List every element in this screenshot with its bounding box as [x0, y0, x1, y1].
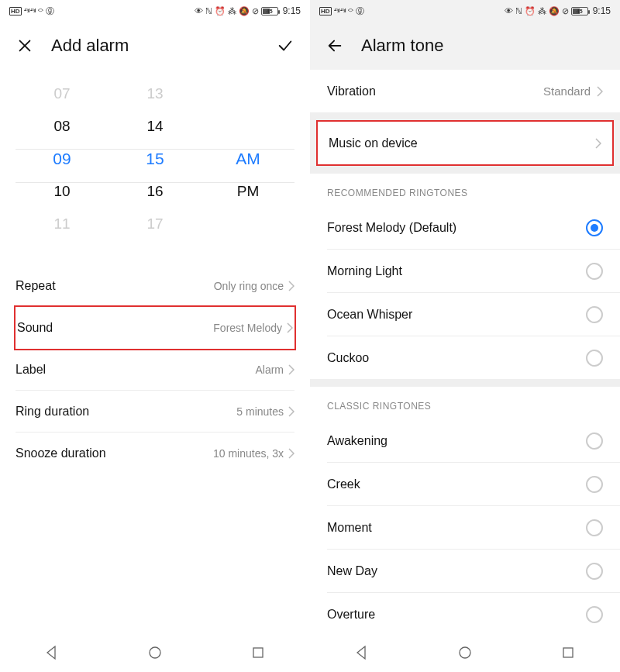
picker-hour-selected[interactable]: 09 — [53, 143, 71, 175]
alarm-settings: Repeat Only ring once Sound Forest Melod… — [0, 250, 310, 474]
picker-minute-item[interactable]: 16 — [146, 175, 163, 208]
radio-unselected[interactable] — [586, 606, 603, 623]
ringtone-item[interactable]: New Day — [310, 550, 620, 592]
row-label: Music on device — [329, 136, 595, 150]
row-value: Standard — [543, 84, 591, 98]
picker-pm[interactable]: PM — [237, 175, 260, 208]
page-title: Add alarm — [51, 36, 129, 56]
row-value: 5 minutes — [236, 405, 284, 418]
screen-alarm-tone: HD ⁴ᴳ.ıll ⁴ᴳ.ıll ⌔ ⓖ 👁 ℕ ⏰ ⁂ 🔕 ⊘ 45 9:15… — [310, 0, 620, 672]
row-value: Forest Melody — [213, 322, 282, 334]
ringtone-item[interactable]: Creek — [310, 463, 620, 505]
row-label-setting[interactable]: Label Alarm — [16, 349, 294, 391]
chevron-right-icon — [287, 322, 293, 333]
page-title: Alarm tone — [361, 36, 443, 56]
screen-add-alarm: HD ⁴ᴳ.ıll ⁴ᴳ.ıll ⌔ ⓖ 👁 ℕ ⏰ ⁂ 🔕 ⊘ 45 9:15… — [0, 0, 310, 672]
picker-hours[interactable]: 07 08 09 10 11 — [16, 78, 108, 240]
eye-icon: 👁 — [195, 6, 203, 16]
highlight-sound: Sound Forest Melody — [14, 305, 296, 350]
picker-ampm[interactable]: AM PM — [202, 78, 294, 240]
check-icon — [277, 37, 294, 54]
svg-point-0 — [150, 647, 160, 658]
svg-point-2 — [460, 647, 470, 658]
row-vibration[interactable]: Vibration Standard — [310, 70, 620, 112]
ringtone-label: Awakening — [327, 434, 586, 448]
swirl-icon: ⓖ — [356, 5, 364, 17]
back-button[interactable] — [326, 36, 344, 55]
nav-recent[interactable] — [560, 644, 577, 661]
close-icon — [16, 37, 33, 54]
battery-indicator: 45 — [261, 7, 278, 16]
nav-back[interactable] — [43, 644, 60, 661]
eye-icon: 👁 — [505, 6, 513, 16]
row-value: Only ring once — [214, 280, 284, 292]
picker-hour-item[interactable]: 10 — [53, 175, 70, 208]
row-label: Sound — [17, 321, 213, 335]
ringtone-item[interactable]: Cuckoo — [310, 336, 620, 379]
signal-icon: ⁴ᴳ.ıll ⁴ᴳ.ıll — [24, 8, 36, 14]
picker-hour-item[interactable]: 11 — [53, 208, 70, 240]
ringtone-item[interactable]: Morning Light — [310, 250, 620, 292]
ringtone-item[interactable]: Moment — [310, 506, 620, 549]
ringtone-item[interactable]: Ocean Whisper — [310, 293, 620, 336]
radio-unselected[interactable] — [586, 350, 603, 367]
nodata-icon: ⊘ — [252, 6, 259, 16]
chevron-right-icon — [288, 364, 294, 375]
radio-unselected[interactable] — [586, 432, 603, 450]
radio-selected[interactable] — [586, 219, 603, 236]
ringtone-item[interactable]: Overture — [310, 593, 620, 636]
chevron-right-icon — [288, 448, 294, 459]
time-picker[interactable]: 07 08 09 10 11 13 14 15 16 17 AM PM — [0, 70, 310, 248]
nav-home[interactable] — [456, 644, 474, 661]
picker-minute-item[interactable]: 14 — [146, 110, 163, 143]
nav-home[interactable] — [146, 644, 164, 661]
svg-rect-3 — [563, 648, 573, 657]
picker-minute-selected[interactable]: 15 — [146, 143, 164, 175]
row-label: Label — [16, 363, 255, 377]
nfc-icon: ℕ — [205, 6, 212, 16]
row-repeat[interactable]: Repeat Only ring once — [16, 265, 294, 307]
ringtone-item[interactable]: Forest Melody (Default) — [310, 206, 620, 249]
picker-minutes[interactable]: 13 14 15 16 17 — [108, 78, 202, 240]
radio-unselected[interactable] — [586, 263, 603, 280]
picker-hour-item[interactable]: 08 — [53, 110, 70, 143]
chevron-right-icon — [595, 138, 601, 149]
nav-bar — [310, 633, 620, 672]
mute-icon: 🔕 — [549, 6, 560, 16]
nav-bar — [0, 633, 310, 672]
row-ring-duration[interactable]: Ring duration 5 minutes — [16, 391, 294, 432]
confirm-button[interactable] — [276, 36, 294, 55]
radio-unselected[interactable] — [586, 519, 603, 536]
ringtone-item[interactable]: Awakening — [310, 419, 620, 462]
picker-am[interactable]: AM — [236, 143, 260, 175]
ringtone-label: Morning Light — [327, 264, 586, 278]
status-bar: HD ⁴ᴳ.ıll ⁴ᴳ.ıll ⌔ ⓖ 👁 ℕ ⏰ ⁂ 🔕 ⊘ 45 9:15 — [0, 0, 310, 22]
row-snooze-duration[interactable]: Snooze duration 10 minutes, 3x — [16, 432, 294, 474]
battery-indicator: 45 — [571, 7, 588, 16]
close-button[interactable] — [16, 36, 34, 55]
radio-unselected[interactable] — [586, 306, 603, 323]
ringtone-label: Forest Melody (Default) — [327, 221, 586, 235]
row-value: 10 minutes, 3x — [213, 447, 284, 460]
arrow-left-icon — [326, 37, 343, 54]
row-sound[interactable]: Sound Forest Melody — [17, 307, 293, 349]
alarm-icon: ⏰ — [525, 6, 536, 16]
radio-unselected[interactable] — [586, 563, 603, 580]
swirl-icon: ⓖ — [46, 5, 54, 17]
ringtone-label: Ocean Whisper — [327, 308, 586, 322]
chevron-right-icon — [288, 406, 294, 417]
row-music-on-device[interactable]: Music on device — [318, 122, 612, 164]
picker-minute-item[interactable]: 17 — [146, 208, 163, 240]
picker-minute-item[interactable]: 13 — [146, 78, 163, 110]
status-time: 9:15 — [593, 5, 611, 16]
radio-unselected[interactable] — [586, 476, 603, 493]
status-bar: HD ⁴ᴳ.ıll ⁴ᴳ.ıll ⌔ ⓖ 👁 ℕ ⏰ ⁂ 🔕 ⊘ 45 9:15 — [310, 0, 620, 22]
nav-back[interactable] — [353, 644, 370, 661]
picker-hour-item[interactable]: 07 — [53, 78, 70, 110]
row-label: Snooze duration — [16, 446, 213, 460]
nav-recent[interactable] — [250, 644, 267, 661]
chevron-right-icon — [288, 281, 294, 291]
wifi-icon: ⌔ — [38, 6, 43, 16]
alarm-icon: ⏰ — [215, 6, 226, 16]
row-label: Repeat — [16, 279, 214, 293]
